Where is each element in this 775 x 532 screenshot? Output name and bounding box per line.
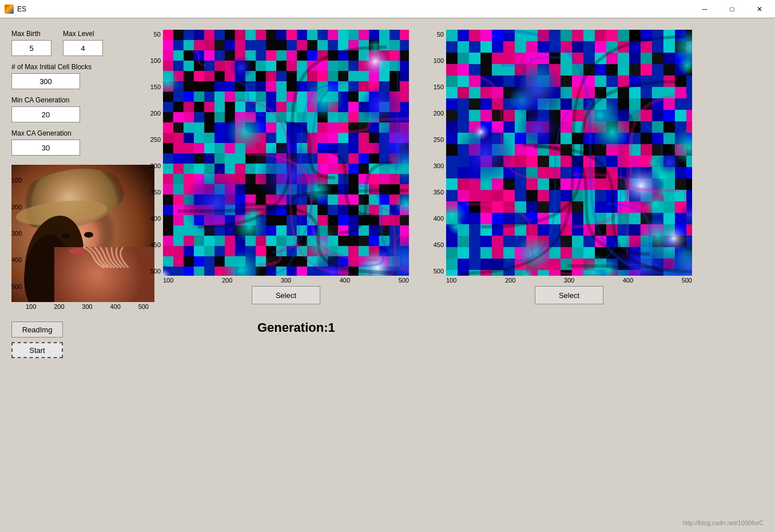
plot1-container: 50 100 150 200 250 300 350 400 450 500 1… — [143, 30, 409, 304]
plot1-x-axis: 100 200 300 400 500 — [143, 276, 409, 284]
select-button-2[interactable]: Select — [535, 286, 603, 304]
generation-text: Generation:1 — [257, 320, 335, 335]
main-content: Max Birth Max Level # of Max Initial Cel… — [0, 18, 775, 532]
plot2-y-axis: 50 100 150 200 250 300 350 400 450 500 — [426, 30, 446, 276]
max-initial-cell-blocks-param: # of Max Initial Cell Blocks — [11, 63, 137, 89]
plot2-canvas — [446, 30, 692, 276]
lena-canvas — [11, 165, 154, 302]
plot1: 50 100 150 200 250 300 350 400 450 500 — [143, 30, 409, 276]
min-ca-generation-label: Min CA Generation — [11, 96, 137, 104]
read-img-button[interactable]: ReadImg — [11, 321, 63, 338]
plot1-y-axis: 50 100 150 200 250 300 350 400 450 500 — [143, 30, 163, 276]
lena-image-container: 100 200 300 400 500 100 200 300 400 500 — [11, 165, 137, 310]
max-level-input[interactable] — [63, 40, 103, 56]
max-birth-label: Max Birth — [11, 30, 51, 38]
plot2-select-row: Select — [446, 286, 692, 304]
app-title: ES — [17, 5, 26, 13]
watermark: http://blog.csdn.net/1000forC — [683, 519, 764, 526]
lena-x-axis: 100 200 300 400 500 — [11, 302, 154, 310]
min-ca-generation-param: Min CA Generation — [11, 96, 137, 122]
lena-y-axis: 100 200 300 400 500 — [11, 165, 22, 302]
select-button-1[interactable]: Select — [252, 286, 320, 304]
lena-y-100: 100 — [11, 177, 22, 184]
maximize-button[interactable]: □ — [719, 0, 745, 18]
title-bar: ES ─ □ ✕ — [0, 0, 775, 18]
lena-y-500: 500 — [11, 283, 22, 290]
app-icon — [5, 5, 14, 14]
max-initial-cell-blocks-label: # of Max Initial Cell Blocks — [11, 63, 137, 71]
start-button[interactable]: Start — [11, 342, 63, 358]
left-panel: Max Birth Max Level # of Max Initial Cel… — [11, 30, 137, 521]
minimize-button[interactable]: ─ — [691, 0, 718, 18]
plot1-select-row: Select — [163, 286, 409, 304]
plot2-x-axis: 100 200 300 400 500 — [426, 276, 692, 284]
plot2-container: 50 100 150 200 250 300 350 400 450 500 1… — [426, 30, 692, 304]
max-ca-generation-input[interactable] — [11, 140, 80, 156]
images-row: 50 100 150 200 250 300 350 400 450 500 1… — [143, 30, 764, 304]
window-controls: ─ □ ✕ — [691, 0, 773, 18]
bottom-buttons: ReadImg Start — [11, 321, 137, 358]
max-ca-generation-param: Max CA Generation — [11, 129, 137, 156]
plot1-canvas — [163, 30, 409, 276]
lena-y-200: 200 — [11, 204, 22, 211]
max-level-label: Max Level — [63, 30, 103, 38]
max-level-param: Max Level — [63, 30, 103, 56]
max-ca-generation-label: Max CA Generation — [11, 129, 137, 137]
lena-y-300: 300 — [11, 230, 22, 237]
max-birth-param: Max Birth — [11, 30, 51, 56]
close-button[interactable]: ✕ — [746, 0, 773, 18]
plot2: 50 100 150 200 250 300 350 400 450 500 — [426, 30, 692, 276]
min-ca-generation-input[interactable] — [11, 106, 80, 122]
max-birth-input[interactable] — [11, 40, 51, 56]
generation-display: Generation:1 — [257, 320, 764, 335]
max-initial-cell-blocks-input[interactable] — [11, 73, 80, 89]
lena-y-400: 400 — [11, 256, 22, 263]
center-panel: 50 100 150 200 250 300 350 400 450 500 1… — [143, 30, 764, 521]
top-params: Max Birth Max Level — [11, 30, 137, 56]
